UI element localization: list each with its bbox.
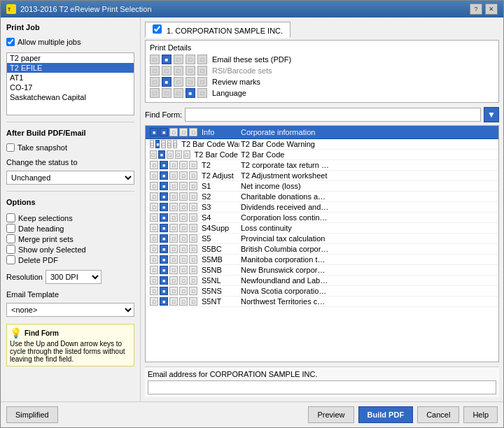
icon-3-5[interactable]: □ [197, 77, 207, 87]
take-snapshot-checkbox[interactable] [6, 143, 15, 152]
table-row[interactable]: □ ■ □ □ □ T2 T2 corporate tax return (Sc… [146, 160, 498, 171]
main-content: Print Job Allow multiple jobs T2 paper T… [1, 17, 503, 401]
icon-2-3[interactable]: □ [174, 66, 183, 76]
row-icon-5: □ [189, 182, 197, 190]
table-row[interactable]: □ ■ □ □ □ S3 Dividends received and taxa… [146, 202, 498, 213]
row-icon-3: □ [169, 203, 178, 211]
allow-multiple-jobs-checkbox[interactable] [6, 38, 15, 46]
email-sets-label: Email these sets (PDF) [212, 55, 291, 64]
row-icon-4: □ [179, 234, 188, 243]
resolution-dropdown[interactable]: 150 DPI 300 DPI 600 DPI [46, 270, 102, 284]
row-icon-1: □ [150, 276, 158, 285]
icon-1-1[interactable]: □ [150, 55, 160, 64]
table-row[interactable]: □ ■ □ □ □ T2 Adjust T2 Adjustment worksh… [146, 171, 498, 181]
list-item-sask[interactable]: Saskatchewan Capital [7, 92, 134, 102]
tab-checkbox[interactable] [153, 24, 162, 34]
list-item-t2efile[interactable]: T2 EFILE [7, 63, 134, 73]
row-icon-3: □ [169, 276, 178, 285]
table-row[interactable]: □ ■ □ □ □ S5 Provincial tax calculation [146, 234, 498, 244]
forms-table[interactable]: ■ ■ □ □ □ Info Corporate information □ ■ [145, 125, 499, 362]
rsi-label: RSI/Barcode sets [212, 66, 272, 75]
email-section-label: Email address for CORPORATION SAMPLE INC… [148, 370, 496, 378]
merge-print-checkbox[interactable] [6, 234, 15, 243]
row-desc: Net income (loss) [239, 182, 330, 190]
find-form-button[interactable]: ▼ [484, 107, 499, 122]
keep-selections-checkbox[interactable] [6, 213, 15, 222]
email-template-dropdown[interactable]: <none> [6, 303, 134, 317]
preview-button[interactable]: Preview [308, 406, 354, 423]
icon-4-3[interactable]: □ [174, 88, 183, 98]
row-icon-1: □ [150, 171, 158, 180]
language-row: □ □ □ ■ □ Language [150, 88, 494, 98]
tips-section: 💡 Find Form Use the Up and Down arrow ke… [6, 324, 134, 366]
divider-2 [6, 191, 134, 192]
list-item-at1[interactable]: AT1 [7, 73, 134, 83]
icon-1-4[interactable]: □ [186, 55, 195, 64]
list-item-t2paper[interactable]: T2 paper [7, 53, 134, 63]
icon-1-5[interactable]: □ [197, 55, 207, 64]
row-icon-4: □ [179, 287, 188, 295]
table-row[interactable]: □ ■ □ □ □ S1 Net income (loss) [146, 181, 498, 192]
language-label: Language [212, 89, 246, 97]
help-titlebar-btn[interactable]: ? [470, 3, 482, 15]
table-row[interactable]: □ ■ □ □ □ S5NT Northwest Territories cor… [146, 297, 498, 307]
icon-4-1[interactable]: □ [150, 88, 160, 98]
row-icon-3: □ [169, 287, 178, 295]
delete-pdf-checkbox[interactable] [6, 255, 15, 264]
show-selected-label: Show only Selected [18, 245, 86, 254]
icon-2-4[interactable]: □ [186, 66, 195, 76]
table-row[interactable]: □ ■ □ □ □ S5NS Nova Scotia corporation t… [146, 286, 498, 297]
icon-2-5[interactable]: □ [197, 66, 207, 76]
icon-3-2[interactable]: ■ [162, 77, 172, 87]
row-icon-3: □ [169, 266, 178, 274]
close-titlebar-btn[interactable]: ✕ [485, 3, 498, 15]
row-name: S5MB [202, 255, 223, 264]
left-panel: Print Job Allow multiple jobs T2 paper T… [1, 17, 141, 401]
row-icon-4: □ [179, 276, 188, 285]
tips-title: Find Form [24, 329, 59, 337]
icon-1-3[interactable]: □ [174, 55, 183, 64]
row-name: S5NB [202, 266, 222, 274]
row-name: T2 Bar Code [195, 150, 238, 159]
tab-bar: 1. CORPORATION SAMPLE INC. [145, 22, 499, 37]
icon-4-2[interactable]: □ [162, 88, 172, 98]
icon-3-1[interactable]: □ [150, 77, 160, 87]
icon-4-5[interactable]: □ [197, 88, 207, 98]
table-row[interactable]: □ ■ □ □ □ S5NL Newfoundland and Labrador… [146, 276, 498, 286]
table-row[interactable]: □ ■ □ □ □ S4Supp Loss continuity [146, 223, 498, 234]
show-selected-checkbox[interactable] [6, 245, 15, 254]
email-input[interactable] [148, 380, 496, 394]
row-desc: Newfoundland and Labrador c... [239, 276, 330, 285]
status-dropdown[interactable]: Unchanged Filed Reviewed [6, 171, 134, 185]
corporation-tab[interactable]: 1. CORPORATION SAMPLE INC. [145, 22, 290, 38]
find-form-label: Find Form: [145, 110, 182, 119]
table-row[interactable]: □ ■ □ □ □ S2 Charitable donations and gi… [146, 192, 498, 202]
help-button[interactable]: Help [463, 406, 498, 423]
simplified-button[interactable]: Simplified [6, 406, 58, 423]
table-row[interactable]: □ ■ □ □ □ S5NB New Brunswick corporation… [146, 265, 498, 276]
icon-3-3[interactable]: □ [174, 77, 183, 87]
icon-1-2[interactable]: ■ [162, 55, 172, 64]
table-row[interactable]: □ ■ □ □ □ S4 Corporation loss continuity… [146, 213, 498, 223]
icon-2-2[interactable]: □ [162, 66, 172, 76]
table-row[interactable]: □ ■ □ □ □ S5MB Manitoba corporation tax … [146, 255, 498, 265]
find-form-input[interactable] [185, 108, 481, 122]
icon-4-4[interactable]: ■ [186, 88, 195, 98]
icon-3-4[interactable]: □ [186, 77, 195, 87]
row-icon-3: □ [169, 213, 178, 222]
table-row[interactable]: □ ■ □ □ □ T2 Bar Code T2 Bar Code [146, 150, 498, 160]
email-template-label: Email Template [6, 290, 134, 299]
table-row[interactable]: □ ■ □ □ □ T2 Bar Code Warning T2 Bar Cod… [146, 139, 498, 150]
row-icon-2: ■ [160, 287, 168, 295]
row-name: S5NT [202, 297, 221, 306]
date-heading-checkbox[interactable] [6, 224, 15, 233]
row-icon-2: ■ [160, 182, 168, 190]
table-row[interactable]: □ ■ □ □ □ S5BC British Columbia corporat… [146, 244, 498, 255]
build-pdf-button[interactable]: Build PDF [358, 406, 414, 423]
row-icon-2: ■ [160, 224, 168, 232]
list-item-co17[interactable]: CO-17 [7, 83, 134, 92]
cancel-button[interactable]: Cancel [417, 406, 459, 423]
rsi-row: □ □ □ □ □ RSI/Barcode sets [150, 66, 494, 76]
icon-2-1[interactable]: □ [150, 66, 160, 76]
print-list[interactable]: T2 paper T2 EFILE AT1 CO-17 Saskatchewan… [6, 52, 134, 115]
